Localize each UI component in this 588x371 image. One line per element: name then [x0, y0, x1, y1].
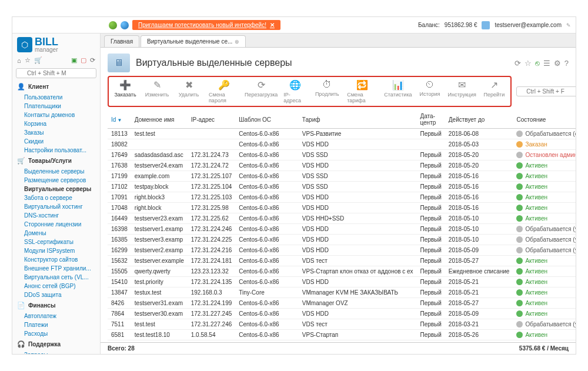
refresh-icon[interactable]: ⟳: [90, 56, 95, 64]
nav-item[interactable]: DDoS защита: [12, 290, 100, 299]
column-header[interactable]: Состояние: [513, 111, 576, 129]
home-icon[interactable]: ⌂: [17, 57, 21, 64]
tab[interactable]: Главная: [104, 35, 139, 47]
nav-item[interactable]: Сторонние лицензии: [12, 220, 100, 229]
table-row[interactable]: 17649sadasdasdasd.asc172.31.224.73Centos…: [108, 150, 576, 161]
nav-item[interactable]: DNS-хостинг: [12, 211, 100, 220]
table-row[interactable]: 16299testserver2.examp172.31.224.216Cent…: [108, 245, 576, 256]
nav-item[interactable]: Виртуальная сеть (VL...: [12, 273, 100, 282]
logo: ⬡ BILL manager: [12, 34, 100, 55]
toolbar-IP-адреса[interactable]: 🌐IP-адреса: [283, 79, 307, 103]
table-row[interactable]: 17048right.block172.31.225.98Centos-6.0-…: [108, 203, 576, 213]
table-row[interactable]: 8426testserver31.exam172.31.224.199Cento…: [108, 298, 576, 309]
balance-label: Баланс:: [418, 22, 440, 28]
toolbar-Заказать[interactable]: ➕Заказать: [113, 79, 137, 103]
tree-icon[interactable]: ⎋: [535, 59, 540, 68]
edit-icon[interactable]: ✎: [566, 22, 571, 28]
table-row[interactable]: 18113test.testCentos-6.0-x86VPS-Развитие…: [108, 129, 576, 139]
nav-item[interactable]: Заказы: [12, 128, 100, 137]
column-header[interactable]: Дата-центр: [416, 111, 445, 129]
nav-item[interactable]: Размещение серверов: [12, 176, 100, 185]
nav-item[interactable]: Плательщики: [12, 102, 100, 111]
table-row[interactable]: 16449testserver23.exam172.31.225.62Cento…: [108, 213, 576, 224]
toolbar-Статистика[interactable]: 📊Статистика: [386, 79, 410, 103]
total-count: Всего: 28: [108, 345, 135, 352]
promo-banner[interactable]: Приглашаем потестировать новый интерфейс…: [132, 20, 280, 30]
table-search-input[interactable]: [516, 86, 576, 96]
column-header[interactable]: Действует до: [445, 111, 513, 129]
nav-item[interactable]: Расходы: [12, 329, 100, 338]
nav-item[interactable]: Платежи: [12, 320, 100, 329]
servers-table: IdДоменное имяIP-адресШаблон ОСТарифДата…: [108, 111, 576, 342]
toolbar-История[interactable]: ⏲История: [418, 79, 442, 103]
IP-адреса-icon: 🌐: [289, 79, 301, 91]
table-row[interactable]: 18082Centos-6.0-x86VDS HDD2018-05-03Зака…: [108, 139, 576, 150]
columns-icon[interactable]: ☰: [543, 59, 550, 68]
nav-item[interactable]: Виртуальный хостинг: [12, 202, 100, 211]
toolbar-Удалить[interactable]: ✖Удалить: [177, 79, 201, 103]
status-icon: [516, 173, 523, 179]
table-row[interactable]: 13847testux.test192.168.0.3Tiny-CoreVMma…: [108, 288, 576, 298]
table-row[interactable]: 16398testserver1.examp172.31.224.246Cent…: [108, 224, 576, 235]
toolbar-Перезагрузка[interactable]: ⟳Перезагрузка: [247, 79, 275, 103]
nav-item[interactable]: Скидки: [12, 137, 100, 146]
nav-item[interactable]: SSL-сертификаты: [12, 238, 100, 246]
nav-item[interactable]: Внешнее FTP хранили...: [12, 264, 100, 273]
nav-item[interactable]: Домены: [12, 229, 100, 238]
reload-icon[interactable]: ⟳: [514, 59, 521, 68]
page-icon: 🖥: [108, 54, 130, 72]
nav-item[interactable]: Автоплатеж: [12, 312, 100, 320]
toolbar-Изменить[interactable]: ✎Изменить: [145, 79, 169, 103]
nav-section-head[interactable]: 👤Клиент: [12, 81, 100, 93]
status-indicator-2: [121, 21, 129, 29]
column-header[interactable]: Тариф: [299, 111, 417, 129]
toolbar-Продлить[interactable]: ⏱Продлить: [315, 79, 339, 103]
help-icon[interactable]: ?: [564, 59, 569, 68]
nav-item[interactable]: Выделенные серверы: [12, 167, 100, 176]
close-icon[interactable]: ⊗: [235, 39, 239, 45]
nav-item[interactable]: Корзина: [12, 119, 100, 128]
column-header[interactable]: Id: [108, 111, 131, 129]
column-header[interactable]: Доменное имя: [131, 111, 188, 129]
table-row[interactable]: 17102testpay.block172.31.225.104Centos-6…: [108, 182, 576, 192]
nav-item[interactable]: Виртуальные серверы: [12, 185, 100, 193]
table-row[interactable]: 16385testserver3.examp172.31.224.225Cent…: [108, 235, 576, 245]
user-email[interactable]: testserver@example.com: [495, 22, 562, 28]
nav-item[interactable]: Забота о сервере: [12, 193, 100, 202]
toolbar-Смена пароля[interactable]: 🔑Смена пароля: [209, 79, 239, 103]
cart-icon[interactable]: 🛒: [34, 56, 42, 64]
nav-section-head[interactable]: 🎧Поддержка: [12, 338, 100, 350]
status-icon: [516, 141, 523, 148]
table-row[interactable]: 15505qwerty.qwerty123.23.123.32Centos-6.…: [108, 266, 576, 277]
close-icon[interactable]: ✕: [270, 22, 275, 28]
toolbar-Перейти[interactable]: ↗Перейти: [482, 79, 506, 103]
plus-icon[interactable]: ▣: [71, 56, 77, 64]
toolbar-Инструкция[interactable]: ✉Инструкция: [450, 79, 474, 103]
star-icon[interactable]: ☆: [25, 56, 31, 64]
column-header[interactable]: IP-адрес: [188, 111, 236, 129]
nav-item[interactable]: Контакты доменов: [12, 111, 100, 119]
nav-item[interactable]: Конструктор сайтов: [12, 255, 100, 264]
nav-item[interactable]: Запросы: [12, 350, 100, 354]
column-header[interactable]: Шаблон ОС: [235, 111, 299, 129]
table-row[interactable]: 17091right.block3172.31.225.103Centos-6.…: [108, 192, 576, 203]
nav-item[interactable]: Пользователи: [12, 93, 100, 102]
table-row[interactable]: 7864testserver30.exam172.31.227.245Cento…: [108, 309, 576, 319]
settings-icon[interactable]: ⚙: [554, 59, 561, 68]
nav-section-head[interactable]: 📄Финансы: [12, 299, 100, 312]
tab[interactable]: Виртуальные выделенные се...⊗: [141, 35, 246, 47]
table-row[interactable]: 17638testserver24.exam172.31.224.72Cento…: [108, 161, 576, 171]
table-row[interactable]: 17199example.com172.31.225.107Centos-6.0…: [108, 171, 576, 182]
nav-section-head[interactable]: 🛒Товары/Услуги: [12, 155, 100, 167]
table-row[interactable]: 6581test.test18.101.0.58.54Centos-6.0-x8…: [108, 330, 576, 340]
minus-icon[interactable]: ▢: [81, 56, 86, 64]
toolbar-Смена тарифа[interactable]: 🔁Смена тарифа: [347, 79, 378, 103]
nav-item[interactable]: Анонс сетей (BGP): [12, 282, 100, 290]
nav-item[interactable]: Настройки пользоват...: [12, 146, 100, 155]
sidebar-search-input[interactable]: [16, 68, 96, 78]
table-row[interactable]: 7511test.test172.31.227.246Centos-6.0-x8…: [108, 319, 576, 330]
fav-icon[interactable]: ☆: [524, 59, 532, 68]
nav-item[interactable]: Модули ISPsystem: [12, 246, 100, 255]
table-row[interactable]: 15632testserver.example172.31.224.181Cen…: [108, 256, 576, 266]
table-row[interactable]: 15410test.priority172.31.224.135Centos-6…: [108, 277, 576, 288]
